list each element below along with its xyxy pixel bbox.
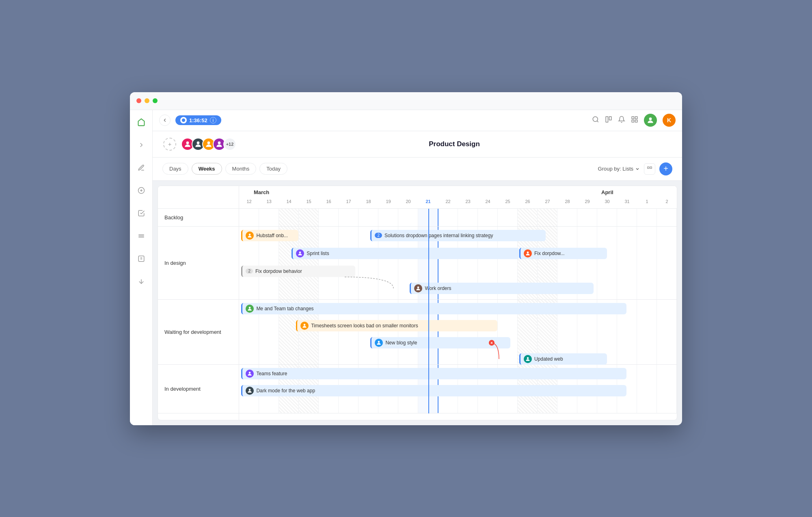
bar-new-blog[interactable]: New blog style: [370, 337, 510, 348]
date-21-today: 21: [418, 197, 438, 204]
date-12: 12: [239, 197, 259, 204]
bar-me-team[interactable]: Me and Team tab changes: [241, 303, 626, 314]
info-icon: i: [210, 117, 216, 123]
bar-sprint-lists[interactable]: Sprint lists: [292, 248, 519, 259]
sidebar-icon-layers[interactable]: [134, 229, 149, 243]
sidebar-icon-arrow[interactable]: [134, 138, 149, 152]
sidebar-icon-add[interactable]: [134, 183, 149, 198]
bar-dark-mode[interactable]: Dark mode for the web app: [241, 385, 626, 396]
svg-point-22: [207, 141, 210, 144]
project-header: +: [153, 131, 682, 158]
timer-value: 1:36:52: [189, 117, 207, 123]
label-backlog: Backlog: [158, 209, 239, 227]
svg-point-20: [186, 141, 189, 144]
date-28: 28: [557, 197, 577, 204]
add-member-button[interactable]: +: [163, 138, 176, 151]
date-23: 23: [458, 197, 478, 204]
date-13: 13: [259, 197, 279, 204]
bar-work-orders[interactable]: Work orders: [410, 283, 594, 294]
gantt-chart: Backlog In design Waiting for developmen…: [158, 186, 677, 420]
svg-rect-18: [635, 120, 637, 122]
sidebar-icon-pencil[interactable]: [134, 160, 149, 175]
bar-fix-dorpdown-right[interactable]: Fix dorpdow...: [519, 248, 607, 259]
label-indev: In development: [158, 365, 239, 413]
main-window: 1:36:52 i: [130, 92, 682, 425]
bell-button[interactable]: [618, 116, 625, 125]
bar-label: Fix dorpdow...: [534, 251, 565, 256]
bar-label: Sprint lists: [307, 251, 329, 256]
gantt-row-indev: Teams feature Dark mode for the web app: [239, 365, 677, 413]
sidebar-icon-filter[interactable]: [134, 274, 149, 289]
date-2: 2: [657, 197, 677, 204]
date-17: 17: [339, 197, 358, 204]
search-button[interactable]: [592, 116, 599, 125]
date-26: 26: [518, 197, 538, 204]
team-avatars: +12: [181, 138, 236, 151]
traffic-lights: [136, 98, 158, 103]
group-by-selector[interactable]: Group by: Lists: [598, 166, 640, 172]
maximize-button[interactable]: [153, 98, 158, 103]
grid-button[interactable]: [631, 116, 638, 125]
svg-rect-25: [650, 167, 652, 168]
date-16: 16: [319, 197, 339, 204]
close-button[interactable]: [136, 98, 141, 103]
gantt-rows: Hubstaff onb... 2 Solutions dropdown pag…: [239, 209, 677, 413]
team-more-count: +12: [223, 138, 236, 151]
collapse-button[interactable]: [644, 163, 655, 175]
bar-solutions[interactable]: 2 Solutions dropdown pages internal link…: [370, 230, 545, 241]
date-14: 14: [279, 197, 299, 204]
gantt-row-indesign: Hubstaff onb... 2 Solutions dropdown pag…: [239, 227, 677, 300]
svg-rect-13: [606, 117, 608, 122]
svg-point-26: [249, 234, 251, 236]
minimize-button[interactable]: [145, 98, 149, 103]
bar-label: Teams feature: [256, 371, 287, 376]
back-button[interactable]: [159, 115, 171, 126]
view-weeks-button[interactable]: Weeks: [192, 163, 222, 175]
month-march: March: [254, 189, 269, 195]
bar-label: Updated web: [534, 356, 563, 362]
today-button[interactable]: Today: [259, 163, 287, 175]
view-days-button[interactable]: Days: [162, 163, 188, 175]
main-content: 1:36:52 i: [153, 110, 682, 425]
bar-teams-feature[interactable]: Teams feature: [241, 368, 626, 379]
gantt-header: March April 12 13 14 15 16 17 18 19: [239, 186, 677, 209]
svg-point-19: [649, 117, 652, 120]
sidebar-icon-home[interactable]: [134, 115, 149, 130]
project-title: Product Design: [236, 140, 672, 148]
bar-updated-web[interactable]: Updated web: [519, 353, 607, 365]
bar-hubstaff[interactable]: Hubstaff onb...: [241, 230, 298, 241]
svg-point-37: [249, 389, 251, 391]
date-20: 20: [398, 197, 418, 204]
bar-timesheets[interactable]: Timesheets screen looks bad on smaller m…: [296, 320, 497, 331]
bar-fix-behavior[interactable]: 2 Fix dorpdow behavior: [241, 266, 355, 277]
user-avatar-green[interactable]: [644, 114, 657, 127]
sidebar-icon-check[interactable]: [134, 206, 149, 221]
svg-point-11: [593, 117, 598, 121]
date-22: 22: [438, 197, 458, 204]
timer-icon: [180, 117, 187, 123]
svg-point-30: [249, 307, 251, 309]
bar-avatar: [246, 231, 254, 240]
bar-label: Me and Team tab changes: [256, 306, 313, 311]
sidebar-icon-doc[interactable]: [134, 251, 149, 266]
label-indesign: In design: [158, 227, 239, 300]
date-31: 31: [617, 197, 637, 204]
svg-rect-16: [635, 117, 637, 119]
add-task-button[interactable]: +: [659, 162, 672, 175]
svg-rect-14: [609, 117, 611, 120]
svg-rect-24: [648, 167, 649, 168]
gantt-row-backlog: [239, 209, 677, 227]
layout-button[interactable]: [605, 116, 612, 125]
today-line: [428, 209, 429, 413]
bar-label: Solutions dropdown pages internal linkin…: [384, 233, 493, 238]
svg-line-12: [597, 121, 598, 122]
user-avatar-k[interactable]: K: [663, 114, 676, 127]
date-25: 25: [498, 197, 518, 204]
svg-point-36: [249, 372, 251, 374]
view-months-button[interactable]: Months: [225, 163, 257, 175]
gantt-labels: Backlog In design Waiting for developmen…: [158, 186, 239, 420]
date-19: 19: [378, 197, 398, 204]
month-april: April: [601, 189, 613, 195]
timer-badge[interactable]: 1:36:52 i: [175, 115, 221, 125]
sidebar: [130, 110, 153, 425]
